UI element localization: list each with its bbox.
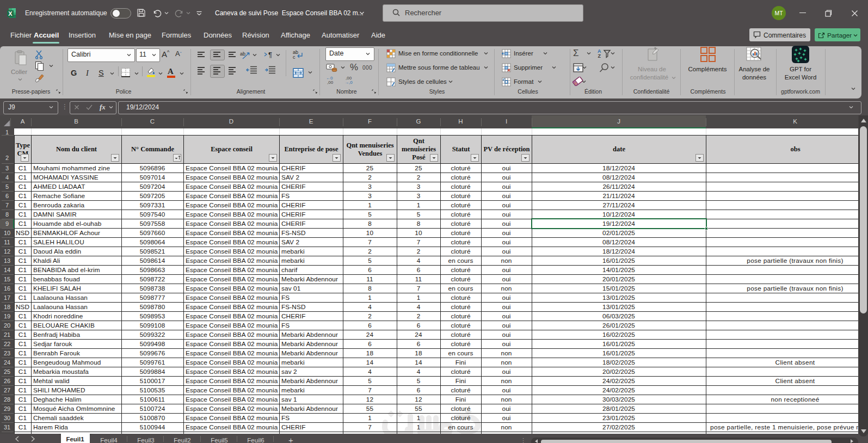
svg-text:A: A: [598, 48, 601, 54]
svg-text:ab: ab: [240, 51, 245, 57]
svg-text:,00: ,00: [327, 80, 334, 84]
svg-text:¶: ¶: [268, 51, 272, 59]
svg-text:Z: Z: [598, 53, 601, 58]
svg-text:→,0: →,0: [344, 80, 353, 84]
svg-text:X: X: [8, 10, 13, 17]
svg-text:c: c: [293, 54, 296, 60]
